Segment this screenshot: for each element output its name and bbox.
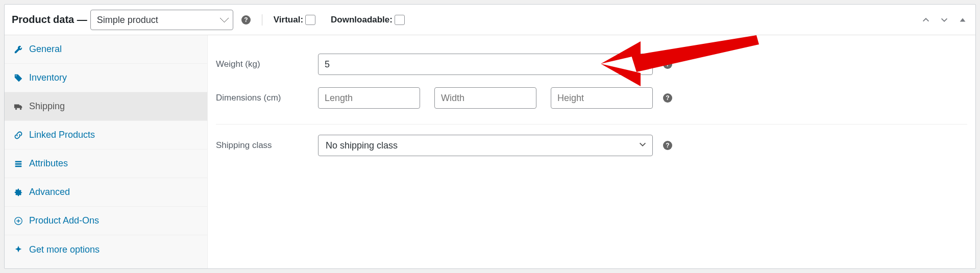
help-icon[interactable]: ? [663,141,672,150]
sidebar-item-label: Product Add-Ons [29,215,99,226]
downloadable-checkbox-label[interactable]: Downloadable: [331,15,405,25]
gear-icon [14,188,23,197]
shipping-class-label: Shipping class [216,140,318,151]
product-type-select[interactable]: Simple product [90,10,233,30]
divider [262,14,262,26]
height-input[interactable] [551,87,653,109]
product-data-tabs: General Inventory Shipping Linked Produc… [5,35,208,268]
product-data-panel: Product data — Simple product ? Virtual:… [4,4,976,269]
virtual-label-text: Virtual: [274,15,303,25]
sidebar-item-general[interactable]: General [5,35,207,64]
list-icon [14,159,23,168]
sidebar-item-product-add-ons[interactable]: Product Add-Ons [5,207,207,235]
sidebar-item-attributes[interactable]: Attributes [5,150,207,178]
truck-icon [14,102,23,111]
help-icon[interactable]: ? [663,93,672,103]
sidebar-item-get-more-options[interactable]: Get more options [5,235,207,264]
sidebar-item-inventory[interactable]: Inventory [5,64,207,92]
sidebar-item-shipping[interactable]: Shipping [5,92,207,121]
panel-title: Product data — [12,14,87,26]
sidebar-item-label: Linked Products [29,130,95,140]
sidebar-item-label: Attributes [29,158,68,169]
dimensions-label: Dimensions (cm) [216,93,318,103]
weight-label: Weight (kg) [216,59,318,69]
downloadable-checkbox[interactable] [395,15,405,25]
sidebar-item-label: Get more options [29,244,100,255]
sidebar-item-advanced[interactable]: Advanced [5,178,207,207]
panel-down-button[interactable] [939,14,950,26]
triangle-up-icon [958,15,967,24]
chevron-down-icon [940,15,949,24]
sparkle-icon [14,245,23,254]
weight-input[interactable] [318,54,653,75]
wrench-icon [14,45,23,54]
sidebar-item-label: General [29,44,62,55]
virtual-checkbox[interactable] [305,15,315,25]
weight-row: Weight (kg) ? [216,47,967,81]
panel-body: General Inventory Shipping Linked Produc… [5,35,975,268]
dimensions-row: Dimensions (cm) ? [216,81,967,125]
help-icon[interactable]: ? [241,15,251,24]
sidebar-item-label: Advanced [29,187,70,197]
panel-header-controls [920,14,968,26]
shipping-panel: Weight (kg) ? Dimensions (cm) ? Shipping… [208,35,975,268]
help-icon[interactable]: ? [663,60,672,69]
tag-icon [14,73,23,83]
sidebar-item-label: Shipping [29,101,65,112]
length-input[interactable] [318,87,420,109]
link-icon [14,131,23,140]
plus-circle-icon [14,216,23,226]
chevron-down-icon [638,140,647,152]
chevron-up-icon [921,15,930,24]
downloadable-label-text: Downloadable: [331,15,393,25]
panel-collapse-button[interactable] [957,14,968,26]
shipping-class-selected: No shipping class [326,140,398,151]
virtual-checkbox-label[interactable]: Virtual: [274,15,315,25]
shipping-class-row: Shipping class No shipping class ? [216,129,967,162]
shipping-class-select[interactable]: No shipping class [318,135,653,156]
panel-up-button[interactable] [920,14,932,26]
product-data-header: Product data — Simple product ? Virtual:… [5,5,975,35]
sidebar-item-label: Inventory [29,72,67,83]
width-input[interactable] [434,87,536,109]
sidebar-item-linked-products[interactable]: Linked Products [5,121,207,150]
